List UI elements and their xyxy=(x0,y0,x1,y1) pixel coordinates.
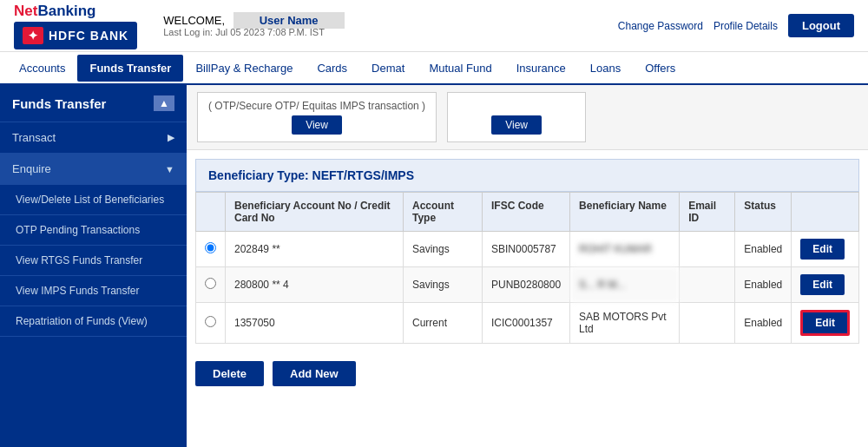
row2-name: S... R M... xyxy=(570,267,680,303)
nav-bar: Accounts Funds Transfer BillPay & Rechar… xyxy=(0,52,868,85)
row2-select[interactable] xyxy=(196,267,226,303)
radio-row2[interactable] xyxy=(205,278,216,289)
sidebar: Funds Transfer ▲ Transact ▶ Enquire ▼ Vi… xyxy=(0,85,187,447)
row3-status: Enabled xyxy=(735,303,792,344)
row3-select[interactable] xyxy=(196,303,226,344)
row1-name: ROHIT KUMAR xyxy=(570,232,680,267)
logout-button[interactable]: Logout xyxy=(788,14,854,37)
th-status: Status xyxy=(735,193,792,232)
row3-account-no: 1357050 xyxy=(226,303,404,344)
content-top: ( OTP/Secure OTP/ Equitas IMPS transacti… xyxy=(187,85,868,150)
edit-button-2[interactable]: Edit xyxy=(800,274,845,295)
nav-loans[interactable]: Loans xyxy=(578,55,633,82)
row1-status: Enabled xyxy=(735,232,792,267)
nav-cards[interactable]: Cards xyxy=(305,55,359,82)
row2-ifsc: PUNB0280800 xyxy=(483,267,570,303)
net-text: Net xyxy=(14,3,37,19)
bottom-actions: Delete Add New xyxy=(187,352,868,395)
row1-account-type: Savings xyxy=(404,232,483,267)
sidebar-item-repatriation[interactable]: Repatriation of Funds (View) xyxy=(0,306,187,337)
nav-billpay[interactable]: BillPay & Recharge xyxy=(183,55,305,82)
enquire-arrow: ▼ xyxy=(165,164,174,174)
nav-mutual-fund[interactable]: Mutual Fund xyxy=(417,55,503,82)
sidebar-item-transact[interactable]: Transact ▶ xyxy=(0,122,187,154)
section-header: Beneficiary Type: NEFT/RTGS/IMPS xyxy=(195,159,859,192)
sidebar-item-view-delete[interactable]: View/Delete List of Beneficiaries xyxy=(0,185,187,215)
card-box-1: ( OTP/Secure OTP/ Equitas IMPS transacti… xyxy=(197,92,437,142)
delete-button[interactable]: Delete xyxy=(195,361,264,386)
th-select xyxy=(196,193,226,232)
content-area: ( OTP/Secure OTP/ Equitas IMPS transacti… xyxy=(187,85,868,447)
th-ifsc: IFSC Code xyxy=(483,193,570,232)
last-login: Last Log in: Jul 05 2023 7:08 P.M. IST xyxy=(163,27,618,37)
nav-insurance[interactable]: Insurance xyxy=(504,55,578,82)
nav-demat[interactable]: Demat xyxy=(359,55,417,82)
card-box-2: View xyxy=(447,92,586,142)
th-action xyxy=(792,193,859,232)
sidebar-item-otp[interactable]: OTP Pending Transactions xyxy=(0,215,187,246)
rtgs-label: View RTGS Funds Transfer xyxy=(16,254,142,266)
row3-ifsc: ICIC0001357 xyxy=(483,303,570,344)
row1-ifsc: SBIN0005787 xyxy=(483,232,570,267)
hdfc-icon: ✦ xyxy=(23,27,43,44)
repatriation-label: Repatriation of Funds (View) xyxy=(16,315,148,327)
welcome-text: WELCOME, User Name xyxy=(163,14,618,27)
th-name: Beneficiary Name xyxy=(570,193,680,232)
welcome-label: WELCOME, xyxy=(163,14,225,27)
row2-edit[interactable]: Edit xyxy=(792,267,859,303)
logo-area: NetBanking ✦ HDFC BANK xyxy=(14,3,137,49)
view-button-2[interactable]: View xyxy=(491,115,542,135)
th-email: Email ID xyxy=(680,193,735,232)
row1-account-no: 202849 ** xyxy=(226,232,404,267)
beneficiary-table: Beneficiary Account No / Credit Card No … xyxy=(195,192,859,344)
row3-email xyxy=(680,303,735,344)
netbanking-label: NetBanking xyxy=(14,3,137,20)
edit-button-1[interactable]: Edit xyxy=(800,239,845,260)
row3-name: SAB MOTORS Pvt Ltd xyxy=(570,303,680,344)
sidebar-scroll-up[interactable]: ▲ xyxy=(154,95,174,111)
welcome-area: WELCOME, User Name Last Log in: Jul 05 2… xyxy=(163,14,618,37)
row2-email xyxy=(680,267,735,303)
otp-label: OTP Pending Transactions xyxy=(16,224,140,236)
nav-funds-transfer[interactable]: Funds Transfer xyxy=(77,55,183,82)
table-wrapper: Beneficiary Account No / Credit Card No … xyxy=(187,192,868,352)
sidebar-title: Funds Transfer ▲ xyxy=(0,85,187,122)
row1-select[interactable] xyxy=(196,232,226,267)
nav-accounts[interactable]: Accounts xyxy=(7,55,77,82)
row3-account-type: Current xyxy=(404,303,483,344)
sidebar-item-imps[interactable]: View IMPS Funds Transfer xyxy=(0,276,187,306)
main-layout: Funds Transfer ▲ Transact ▶ Enquire ▼ Vi… xyxy=(0,85,868,447)
th-account-type: Account Type xyxy=(404,193,483,232)
row2-status: Enabled xyxy=(735,267,792,303)
card-box-2-text xyxy=(458,100,575,112)
card-box-1-text: ( OTP/Secure OTP/ Equitas IMPS transacti… xyxy=(208,100,425,112)
nav-offers[interactable]: Offers xyxy=(633,55,687,82)
banking-text: Banking xyxy=(37,3,95,19)
sidebar-enquire-label: Enquire xyxy=(12,162,51,175)
section-title: Beneficiary Type: NEFT/RTGS/IMPS xyxy=(208,168,414,182)
row1-edit[interactable]: Edit xyxy=(792,232,859,267)
table-row: 280800 ** 4 Savings PUNB0280800 S... R M… xyxy=(196,267,859,303)
sidebar-item-rtgs[interactable]: View RTGS Funds Transfer xyxy=(0,246,187,276)
change-password-link[interactable]: Change Password xyxy=(618,20,703,32)
row2-account-type: Savings xyxy=(404,267,483,303)
profile-details-link[interactable]: Profile Details xyxy=(713,20,778,32)
radio-row1[interactable] xyxy=(205,242,216,253)
header: NetBanking ✦ HDFC BANK WELCOME, User Nam… xyxy=(0,0,868,52)
radio-row3[interactable] xyxy=(205,316,216,327)
sidebar-item-enquire[interactable]: Enquire ▼ xyxy=(0,154,187,185)
header-actions: Change Password Profile Details Logout xyxy=(618,14,854,37)
table-row: 202849 ** Savings SBIN0005787 ROHIT KUMA… xyxy=(196,232,859,267)
imps-label: View IMPS Funds Transfer xyxy=(16,285,140,297)
th-account-no: Beneficiary Account No / Credit Card No xyxy=(226,193,404,232)
hdfc-logo: ✦ HDFC BANK xyxy=(14,22,137,49)
row3-edit[interactable]: Edit xyxy=(792,303,859,344)
row2-account-no: 280800 ** 4 xyxy=(226,267,404,303)
sidebar-transact-label: Transact xyxy=(12,131,56,144)
add-new-button[interactable]: Add New xyxy=(273,361,356,386)
row1-email xyxy=(680,232,735,267)
bank-name: HDFC BANK xyxy=(49,29,128,43)
edit-button-3[interactable]: Edit xyxy=(800,310,850,336)
table-row: 1357050 Current ICIC0001357 SAB MOTORS P… xyxy=(196,303,859,344)
view-button-1[interactable]: View xyxy=(292,115,342,135)
